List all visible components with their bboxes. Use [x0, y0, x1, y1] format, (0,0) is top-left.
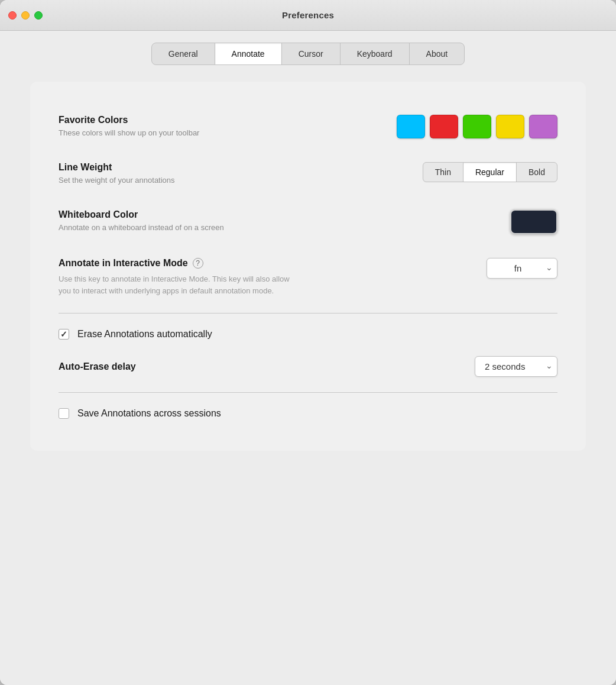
interactive-mode-control: fn ctrl opt cmd	[487, 258, 557, 279]
line-weight-row: Line Weight Set the weight of your annot…	[59, 150, 557, 198]
line-weight-segmented: Thin Regular Bold	[423, 162, 557, 182]
fn-select-wrapper: fn ctrl opt cmd	[487, 258, 557, 279]
erase-automatically-label: Erase Annotations automatically	[77, 329, 212, 340]
save-annotations-row: Save Annotations across sessions	[59, 398, 557, 429]
tab-cursor[interactable]: Cursor	[282, 43, 341, 64]
auto-erase-delay-label: Auto-Erase delay	[59, 361, 136, 372]
line-weight-label: Line Weight	[59, 162, 423, 173]
line-weight-control: Thin Regular Bold	[423, 162, 557, 182]
tab-bar: General Annotate Cursor Keyboard About	[151, 43, 465, 65]
whiteboard-color-desc: Annotate on a whiteboard instead of on a…	[59, 222, 307, 233]
interactive-mode-label: Annotate in Interactive Mode	[59, 258, 188, 269]
traffic-lights	[8, 11, 43, 20]
divider-2	[59, 392, 557, 393]
interactive-mode-label-group: Annotate in Interactive Mode ? Use this …	[59, 258, 487, 296]
favorite-colors-label-group: Favorite Colors These colors will show u…	[59, 115, 397, 138]
favorite-colors-label: Favorite Colors	[59, 115, 397, 125]
preferences-window: Preferences General Annotate Cursor Keyb…	[0, 0, 616, 685]
save-annotations-checkbox[interactable]	[59, 408, 69, 419]
window-title: Preferences	[282, 10, 334, 20]
checkmark-icon: ✓	[60, 330, 67, 338]
line-weight-thin[interactable]: Thin	[423, 163, 463, 182]
erase-automatically-row: ✓ Erase Annotations automatically	[59, 318, 557, 350]
interactive-mode-help-badge[interactable]: ?	[193, 258, 203, 269]
titlebar: Preferences	[0, 0, 616, 31]
line-weight-desc: Set the weight of your annotations	[59, 175, 307, 186]
whiteboard-color-row: Whiteboard Color Annotate on a whiteboar…	[59, 198, 557, 246]
interactive-mode-desc: Use this key to annotate in Interactive …	[59, 273, 295, 296]
fn-select[interactable]: fn ctrl opt cmd	[487, 258, 557, 279]
color-swatch-purple[interactable]	[529, 115, 557, 138]
content-area: General Annotate Cursor Keyboard About F…	[0, 31, 616, 685]
interactive-mode-row: Annotate in Interactive Mode ? Use this …	[59, 246, 557, 308]
line-weight-label-group: Line Weight Set the weight of your annot…	[59, 162, 423, 186]
favorite-colors-row: Favorite Colors These colors will show u…	[59, 103, 557, 150]
line-weight-regular[interactable]: Regular	[463, 163, 517, 182]
interactive-mode-label-with-help: Annotate in Interactive Mode ?	[59, 258, 487, 269]
close-button[interactable]	[8, 11, 17, 20]
settings-panel: Favorite Colors These colors will show u…	[30, 82, 586, 451]
color-swatch-green[interactable]	[463, 115, 491, 138]
color-swatch-yellow[interactable]	[496, 115, 524, 138]
divider-1	[59, 313, 557, 314]
whiteboard-color-control	[510, 209, 557, 234]
tab-keyboard[interactable]: Keyboard	[341, 43, 410, 64]
minimize-button[interactable]	[21, 11, 30, 20]
auto-erase-delay-row: Auto-Erase delay 1 second 2 seconds 3 se…	[59, 350, 557, 387]
auto-erase-delay-select[interactable]: 1 second 2 seconds 3 seconds 5 seconds 1…	[475, 356, 557, 377]
color-swatch-cyan[interactable]	[397, 115, 425, 138]
favorite-colors-control	[397, 115, 557, 138]
maximize-button[interactable]	[34, 11, 43, 20]
whiteboard-color-swatch[interactable]	[510, 209, 557, 234]
erase-automatically-checkbox[interactable]: ✓	[59, 329, 69, 340]
whiteboard-color-label: Whiteboard Color	[59, 209, 510, 220]
auto-erase-select-wrapper: 1 second 2 seconds 3 seconds 5 seconds 1…	[475, 356, 557, 377]
tab-about[interactable]: About	[410, 43, 465, 64]
line-weight-bold[interactable]: Bold	[517, 163, 557, 182]
tab-general[interactable]: General	[152, 43, 215, 64]
favorite-colors-desc: These colors will show up on your toolba…	[59, 128, 307, 138]
tab-annotate[interactable]: Annotate	[215, 43, 282, 64]
color-swatch-red[interactable]	[430, 115, 458, 138]
whiteboard-color-label-group: Whiteboard Color Annotate on a whiteboar…	[59, 209, 510, 233]
save-annotations-label: Save Annotations across sessions	[77, 408, 221, 419]
